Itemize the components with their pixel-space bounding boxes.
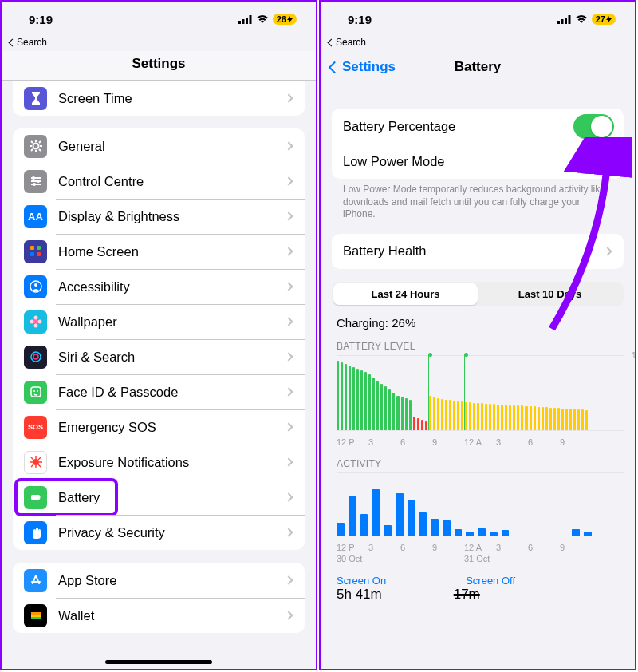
row-battery-percentage[interactable]: Battery Percentage: [332, 109, 624, 144]
svg-point-8: [32, 176, 35, 180]
level-bar: [497, 405, 499, 430]
seg-last-24h[interactable]: Last 24 Hours: [333, 283, 478, 305]
level-bar: [429, 396, 431, 430]
svg-rect-14: [37, 252, 41, 256]
level-bar: [425, 421, 427, 430]
row-label: Wallpaper: [58, 314, 286, 330]
row-control-centre[interactable]: Control Centre: [13, 164, 305, 199]
level-bar: [585, 410, 588, 429]
row-screen-time[interactable]: Screen Time: [13, 81, 305, 116]
level-bar: [437, 398, 439, 429]
level-bar: [577, 409, 580, 429]
svg-rect-13: [30, 252, 34, 256]
wifi-icon: [256, 14, 269, 24]
row-app-store[interactable]: App Store: [13, 563, 305, 598]
level-bar: [489, 404, 491, 430]
flower-icon: [24, 310, 47, 334]
svg-rect-40: [31, 615, 41, 617]
row-face-id-passcode[interactable]: Face ID & Passcode: [13, 374, 305, 409]
level-bar: [356, 369, 359, 430]
row-low-power-mode[interactable]: Low Power Mode: [332, 144, 624, 179]
row-wallet[interactable]: Wallet: [13, 598, 305, 633]
activity-bar: [372, 489, 380, 536]
row-general[interactable]: General: [13, 128, 305, 164]
level-bar: [337, 361, 339, 429]
home-indicator[interactable]: [105, 660, 212, 664]
level-bar: [433, 397, 435, 429]
row-privacy-security[interactable]: Privacy & Security: [13, 515, 305, 550]
chevron-icon: [284, 176, 293, 185]
level-bar: [453, 401, 455, 430]
row-label: Exposure Notifications: [58, 455, 286, 470]
level-bar: [441, 399, 443, 430]
svg-rect-3: [249, 15, 251, 24]
level-bar: [469, 402, 471, 430]
chevron-icon: [284, 247, 293, 255]
group-toggles: Battery Percentage Low Power Mode: [332, 109, 624, 179]
row-battery[interactable]: Battery: [13, 480, 305, 515]
row-siri-search[interactable]: Siri & Search: [13, 339, 305, 374]
level-bar: [465, 402, 467, 430]
group-main: GeneralControl CentreAADisplay & Brightn…: [13, 128, 305, 550]
svg-point-23: [33, 354, 38, 359]
screen-on-label: Screen On: [337, 575, 386, 587]
row-battery-health[interactable]: Battery Health: [332, 234, 624, 269]
row-display-brightness[interactable]: AADisplay & Brightness: [13, 199, 305, 234]
level-bar: [538, 407, 540, 430]
level-bar: [525, 406, 527, 430]
battery-content[interactable]: Battery Percentage Low Power Mode Low Po…: [321, 83, 635, 669]
svg-point-21: [37, 320, 41, 324]
battery-screen: 9:19 27 Search Settings Battery Battery …: [319, 0, 636, 670]
level-bar: [569, 409, 572, 429]
segmented-control[interactable]: Last 24 Hours Last 10 Days: [332, 282, 624, 306]
row-accessibility[interactable]: Accessibility: [13, 269, 305, 304]
battery-pill: 27: [592, 14, 616, 25]
status-bar: 9:19 27: [321, 2, 635, 37]
row-wallpaper[interactable]: Wallpaper: [13, 304, 305, 339]
row-label: Emergency SOS: [58, 420, 286, 435]
row-emergency-sos[interactable]: SOSEmergency SOS: [13, 409, 305, 445]
level-bar: [384, 386, 387, 430]
toggle-switch[interactable]: [573, 149, 614, 174]
nav-back-button[interactable]: Settings: [330, 59, 396, 75]
chevron-icon: [284, 141, 293, 150]
level-bar: [413, 417, 415, 430]
level-bar: [493, 404, 495, 430]
level-bar: [421, 420, 423, 430]
navbar-title: Battery: [455, 59, 502, 74]
row-label: Battery: [58, 490, 286, 505]
status-bar: 9:19 26: [2, 2, 316, 37]
chevron-icon: [284, 611, 293, 619]
level-bar: [501, 405, 503, 430]
level-bar: [545, 407, 548, 430]
row-home-screen[interactable]: Home Screen: [13, 234, 305, 269]
svg-rect-1: [242, 19, 244, 24]
level-bar: [372, 378, 375, 430]
back-to-search[interactable]: Search: [321, 37, 635, 51]
activity-label: ACTIVITY: [321, 447, 635, 472]
level-bar: [477, 403, 479, 430]
level-bar: [530, 406, 532, 430]
level-bar: [461, 401, 463, 430]
level-bar: [360, 370, 363, 430]
battery-pill: 26: [273, 14, 297, 25]
wifi-icon: [575, 14, 588, 24]
person-icon: [24, 275, 47, 298]
level-bar: [573, 409, 576, 429]
settings-list[interactable]: Screen Time GeneralControl CentreAADispl…: [2, 81, 316, 669]
svg-rect-41: [31, 617, 41, 619]
row-label: Display & Brightness: [58, 209, 286, 224]
toggle-switch[interactable]: [573, 114, 614, 139]
activity-bar: [584, 532, 592, 536]
svg-rect-45: [568, 15, 570, 24]
row-exposure-notifications[interactable]: Exposure Notifications: [13, 445, 305, 480]
back-to-search[interactable]: Search: [2, 37, 316, 51]
level-bar: [345, 364, 347, 430]
hand-icon: [24, 521, 47, 544]
gear-icon: [24, 135, 47, 158]
seg-last-10d[interactable]: Last 10 Days: [478, 283, 622, 305]
level-bar: [534, 406, 536, 430]
group-screen-time: Screen Time: [13, 81, 305, 116]
activity-bar: [349, 496, 356, 536]
svg-point-9: [37, 180, 40, 183]
